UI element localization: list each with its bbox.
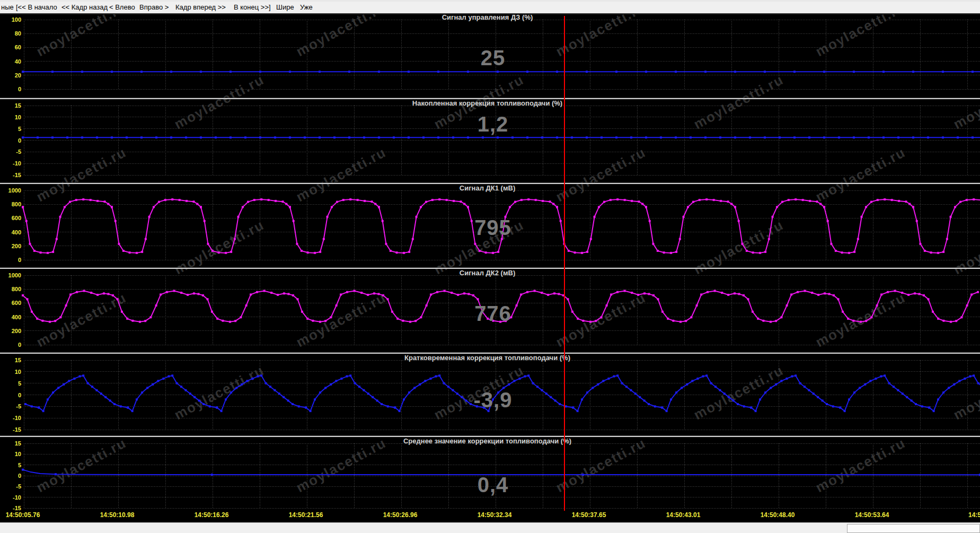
y-axis-tick-label: 60 xyxy=(0,44,21,50)
y-axis-tick-label: 100 xyxy=(0,16,21,23)
current-value-label: 0,4 xyxy=(24,473,962,497)
time-axis-label: 14:50:32.34 xyxy=(478,511,512,519)
menu-bar: ные[<< В начало<< Кадр назад< ВлевоВправ… xyxy=(0,0,980,14)
menu-item-9[interactable]: Уже xyxy=(300,3,313,11)
y-axis-tick-label: 0 xyxy=(0,473,21,479)
y-axis-tick-label: 40 xyxy=(0,58,21,65)
chart-panel-5: Кратковременная коррекция топливоподачи … xyxy=(0,354,980,436)
panel-divider xyxy=(0,352,980,354)
y-axis-tick-label: 20 xyxy=(0,72,21,78)
y-axis-tick-label: -10 xyxy=(0,160,21,167)
y-axis-tick-label: -5 xyxy=(0,148,21,155)
diagnostic-app-window: moylacetti.rumoylacetti.rumoylacetti.rum… xyxy=(0,0,980,533)
y-axis-tick-label: 80 xyxy=(0,30,21,37)
y-axis-tick-label: -10 xyxy=(0,494,21,501)
panel-divider xyxy=(0,98,980,99)
h-scrollbar-track[interactable] xyxy=(0,522,980,533)
y-axis-tick-label: 0 xyxy=(0,86,21,92)
y-axis-tick-label: -15 xyxy=(0,172,21,178)
chart-title: Сигнал ДК1 (мВ) xyxy=(24,184,951,192)
chart-title: Сигнал ДК2 (мВ) xyxy=(24,269,951,277)
y-axis-tick-label: 15 xyxy=(0,102,21,109)
y-axis-tick-label: -5 xyxy=(0,403,21,409)
menu-item-1[interactable]: ные xyxy=(1,3,14,11)
chart-title: Накопленная коррекция топливоподачи (%) xyxy=(24,99,951,107)
panel-divider xyxy=(0,435,980,437)
y-axis-tick-label: 5 xyxy=(0,380,21,387)
chart-title: Кратковременная коррекция топливоподачи … xyxy=(24,354,951,362)
current-value-label: 1,2 xyxy=(24,112,962,136)
charts-area: moylacetti.rumoylacetti.rumoylacetti.rum… xyxy=(0,0,980,533)
chart-plot-2[interactable] xyxy=(0,99,980,183)
time-axis-label: 14:50:43.01 xyxy=(666,511,701,519)
menu-item-4[interactable]: < Влево xyxy=(109,3,135,11)
panel-divider xyxy=(0,267,980,269)
y-axis-tick-label: 5 xyxy=(0,126,21,132)
time-cursor-line[interactable] xyxy=(564,16,565,511)
chart-panel-6: Среднее значение коррекции топливоподачи… xyxy=(0,437,980,521)
y-axis-tick-label: 200 xyxy=(0,328,21,334)
time-axis-label: 14:50:48.40 xyxy=(761,511,795,519)
menu-item-5[interactable]: Вправо > xyxy=(139,3,169,11)
y-axis-tick-label: -5 xyxy=(0,483,21,490)
time-axis-label: 14:50:16.26 xyxy=(195,511,229,519)
chart-panel-2: Накопленная коррекция топливоподачи (%)1… xyxy=(0,99,980,183)
time-axis-label: 14:50:10.98 xyxy=(100,511,135,519)
current-value-label: 795 xyxy=(24,216,962,240)
menu-item-6[interactable]: Кадр вперед >> xyxy=(175,3,226,11)
y-axis-tick-label: 10 xyxy=(0,114,21,120)
y-axis-tick-label: 0 xyxy=(0,342,21,348)
current-value-label: 25 xyxy=(24,46,962,70)
y-axis-tick-label: 400 xyxy=(0,229,21,235)
y-axis-tick-label: 800 xyxy=(0,286,21,292)
y-axis-tick-label: -15 xyxy=(0,505,21,511)
menu-item-7[interactable]: В конец >>] xyxy=(234,3,271,11)
h-scrollbar-thumb[interactable] xyxy=(847,524,980,533)
y-axis-tick-label: 15 xyxy=(0,357,21,363)
y-axis-tick-label: 1000 xyxy=(0,272,21,278)
menu-item-2[interactable]: [<< В начало xyxy=(16,3,57,11)
chart-panel-3: Сигнал ДК1 (мВ)10008006004002000795 xyxy=(0,184,980,268)
y-axis-tick-label: 600 xyxy=(0,300,21,306)
y-axis-tick-label: 400 xyxy=(0,314,21,320)
current-value-label: 776 xyxy=(24,302,962,326)
y-axis-tick-label: 10 xyxy=(0,451,21,457)
y-axis-tick-label: 600 xyxy=(0,215,21,221)
y-axis-tick-label: 0 xyxy=(0,257,21,263)
time-axis-label: 14:50:53.64 xyxy=(855,511,889,519)
y-axis-tick-label: 1000 xyxy=(0,187,21,194)
y-axis-tick-label: 0 xyxy=(0,392,21,398)
y-axis-tick-label: 0 xyxy=(0,137,21,144)
menu-item-8[interactable]: Шире xyxy=(276,3,294,11)
y-axis-tick-label: 200 xyxy=(0,243,21,249)
current-value-label: -3,9 xyxy=(24,388,962,412)
y-axis-tick-label: 5 xyxy=(0,462,21,468)
y-axis-tick-label: -10 xyxy=(0,415,21,421)
y-axis-tick-label: -15 xyxy=(0,426,21,433)
menu-item-3[interactable]: << Кадр назад xyxy=(61,3,108,11)
time-axis-label: 14:5 xyxy=(968,511,980,519)
chart-title: Среднее значение коррекции топливоподачи… xyxy=(24,437,951,445)
time-axis-label: 14:50:21.56 xyxy=(289,511,323,519)
chart-title: Сигнал управления ДЗ (%) xyxy=(24,13,951,21)
chart-panel-1: Сигнал управления ДЗ (%)10080604020025 xyxy=(0,13,980,98)
y-axis-tick-label: 800 xyxy=(0,201,21,207)
y-axis-tick-label: 15 xyxy=(0,440,21,447)
time-axis-label: 14:50:05.76 xyxy=(6,511,40,519)
y-axis-tick-label: 10 xyxy=(0,369,21,375)
panel-divider xyxy=(0,182,980,184)
chart-panel-4: Сигнал ДК2 (мВ)10008006004002000776 xyxy=(0,269,980,353)
time-axis-label: 14:50:26.96 xyxy=(383,511,418,519)
time-axis-label: 14:50:37.65 xyxy=(572,511,606,519)
